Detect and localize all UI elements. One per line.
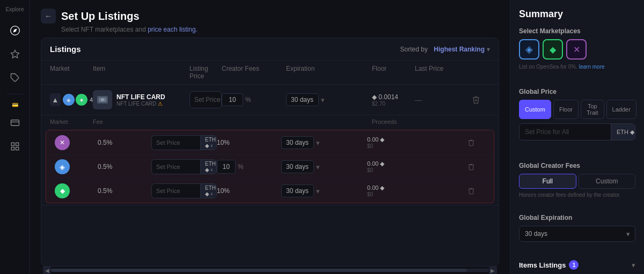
creator-fee-input[interactable]: [222, 93, 243, 106]
select-marketplaces-label: Select Marketplaces: [519, 27, 635, 35]
page-subtitle: Select NFT marketplaces and price each l…: [61, 26, 499, 33]
expiration-select[interactable]: 30 days 7 days 14 days 60 days: [286, 93, 319, 106]
listing-price-input[interactable]: [190, 96, 222, 103]
sidebar-icon-star[interactable]: [5, 45, 25, 64]
opensea-expiration-select[interactable]: 30 days 7 days: [281, 160, 314, 173]
main-content: ← Set Up Listings Select NFT marketplace…: [30, 0, 510, 274]
global-eth-badge: ETH ◆ ‹: [611, 124, 635, 140]
floor-usd-value: $2.70: [372, 101, 415, 107]
scroll-left-button[interactable]: ◀: [43, 266, 51, 274]
global-price-section: Global Price Custom Floor Top Trait Ladd…: [519, 88, 635, 146]
x2y2-expiration-select[interactable]: 30 days 7 days: [281, 136, 314, 149]
looksrare-market-icon: ◆: [76, 94, 87, 106]
sort-label: Sorted by Highest Ranking ▾: [400, 46, 490, 53]
nft-name-group: NFT LIFE CARD NFT LIFE CARD ⚠: [116, 93, 165, 107]
opensea-eth-badge: ETH ◆ ‹: [200, 160, 217, 174]
scroll-right-button[interactable]: ▶: [489, 266, 497, 274]
looksrare-expiration-select[interactable]: 30 days 7 days: [281, 184, 314, 197]
sub-column-headers: Market Fee Proceeds: [41, 115, 499, 128]
global-price-input-group: ETH ◆ ‹: [519, 123, 635, 140]
opensea-learn-more-link[interactable]: learn more: [579, 64, 605, 70]
x2y2-icon: ✕: [55, 135, 70, 150]
summary-title: Summary: [519, 9, 635, 20]
sub-rows-highlighted: ✕ 0.5% ETH ◆ ‹ 10% 30 days 7 days ▾: [46, 130, 494, 203]
global-expiration-select-wrapper: 30 days 7 days 14 days 60 days 90 days: [519, 226, 635, 242]
looksrare-proceeds: 0.00 ◆ $0: [367, 184, 410, 197]
global-expiration-section: Global Expiration 30 days 7 days 14 days…: [519, 214, 635, 242]
looksrare-marketplace-btn[interactable]: ◆: [543, 39, 563, 60]
opensea-creator-fee-group: %: [217, 160, 281, 174]
opensea-marketplace-btn[interactable]: ◈: [519, 39, 539, 60]
delete-x2y2-button[interactable]: [464, 135, 479, 150]
items-listings-section[interactable]: Items Listings 1 ▾: [519, 260, 635, 270]
sub-col-expiration: [286, 119, 372, 125]
wallet-label: 💳: [12, 102, 18, 108]
sub-col-fee: Fee: [93, 119, 147, 125]
sub-col-creator-fees: [222, 119, 286, 125]
price-link[interactable]: price each listing.: [148, 26, 197, 33]
sub-row-x2y2: ✕ 0.5% ETH ◆ ‹ 10% 30 days 7 days ▾: [46, 130, 494, 154]
scroll-bar-area: ◀ ▶: [41, 266, 499, 274]
page-header-top: ← Set Up Listings: [41, 9, 499, 24]
looksrare-market-icon-cell: ◆: [55, 183, 98, 198]
nft-thumbnail: [93, 90, 112, 109]
looksrare-fee: 0.5%: [98, 187, 151, 195]
nft-collection: NFT LIFE CARD ⚠: [116, 101, 165, 107]
sidebar-icon-wallet[interactable]: [5, 113, 25, 132]
column-headers: Market Item Listing Price Creator Fees E…: [41, 61, 499, 85]
delete-opensea-button[interactable]: [464, 159, 479, 174]
global-price-input[interactable]: [519, 128, 611, 136]
x2y2-price-input[interactable]: [152, 139, 200, 146]
col-expiration: Expiration: [286, 65, 372, 80]
custom-fee-btn[interactable]: Custom: [579, 174, 636, 189]
col-last-price: Last Price: [415, 65, 469, 80]
back-button[interactable]: ←: [41, 9, 56, 24]
nft-main-row: ▲ ◈ ◆ 4 NFT LIFE CA: [41, 85, 499, 115]
listings-header: Listings Sorted by Highest Ranking ▾: [41, 38, 499, 61]
scroll-thumb: [51, 269, 466, 272]
svg-rect-5: [16, 143, 18, 145]
x2y2-proceeds: 0.00 ◆ $0: [367, 136, 410, 149]
looksrare-chevron-icon: ▾: [316, 187, 320, 195]
sidebar-icon-compass[interactable]: [5, 21, 25, 40]
x2y2-market-icon-cell: ✕: [55, 135, 98, 150]
delete-nft-button[interactable]: [469, 92, 484, 107]
creator-fee-group: %: [222, 93, 286, 106]
svg-rect-6: [11, 147, 14, 150]
expand-button[interactable]: ▲: [50, 93, 61, 106]
sidebar-icon-tag[interactable]: [5, 68, 25, 87]
custom-price-btn[interactable]: Custom: [519, 100, 551, 119]
floor-price-value: ◆ 0.0014: [372, 93, 415, 101]
sort-value: Highest Ranking: [434, 46, 485, 53]
nft-item-info: NFT LIFE CARD NFT LIFE CARD ⚠: [93, 90, 189, 109]
floor-price-btn[interactable]: Floor: [553, 100, 579, 119]
looksrare-price-group: ETH ◆ ‹: [151, 183, 217, 198]
ladder-price-btn[interactable]: Ladder: [606, 100, 636, 119]
looksrare-price-input[interactable]: [152, 188, 200, 194]
top-trait-price-btn[interactable]: Top Trait: [581, 100, 604, 119]
opensea-price-input[interactable]: [152, 164, 200, 170]
svg-rect-4: [11, 143, 14, 145]
floor-price-group: ◆ 0.0014 $2.70: [372, 93, 415, 107]
sub-row-looksrare: ◆ 0.5% ETH ◆ ‹ 10% 30 days 7 days ▾: [46, 179, 494, 203]
x2y2-eth-badge: ETH ◆ ‹: [200, 136, 217, 150]
floor-diamond-icon: ◆: [372, 93, 377, 101]
sub-col-listing-price: [147, 119, 222, 125]
looksrare-creator-fee: 10%: [217, 187, 281, 195]
sidebar-icon-grid[interactable]: [5, 137, 25, 156]
scroll-track[interactable]: [51, 269, 488, 272]
sub-col-proceeds: Proceeds: [372, 119, 415, 125]
expiry-chevron-icon: ▾: [321, 96, 325, 104]
x2y2-marketplace-btn[interactable]: ✕: [566, 39, 587, 60]
global-expiration-select[interactable]: 30 days 7 days 14 days 60 days 90 days: [519, 226, 635, 242]
items-listings-chevron-icon: ▾: [632, 261, 635, 269]
listings-panel-title: Listings: [50, 45, 81, 54]
full-fee-btn[interactable]: Full: [519, 174, 576, 189]
sub-rows-container: Market Fee Proceeds ✕ 0.5%: [41, 115, 499, 205]
delete-looksrare-button[interactable]: [464, 183, 479, 198]
opensea-fee-input[interactable]: [217, 160, 236, 174]
x2y2-creator-fee: 10%: [217, 139, 281, 146]
sidebar: Explore 💳: [0, 0, 30, 274]
market-icons-group: ◈ ◆ 4: [63, 94, 93, 106]
sub-col-market: Market: [50, 119, 93, 125]
